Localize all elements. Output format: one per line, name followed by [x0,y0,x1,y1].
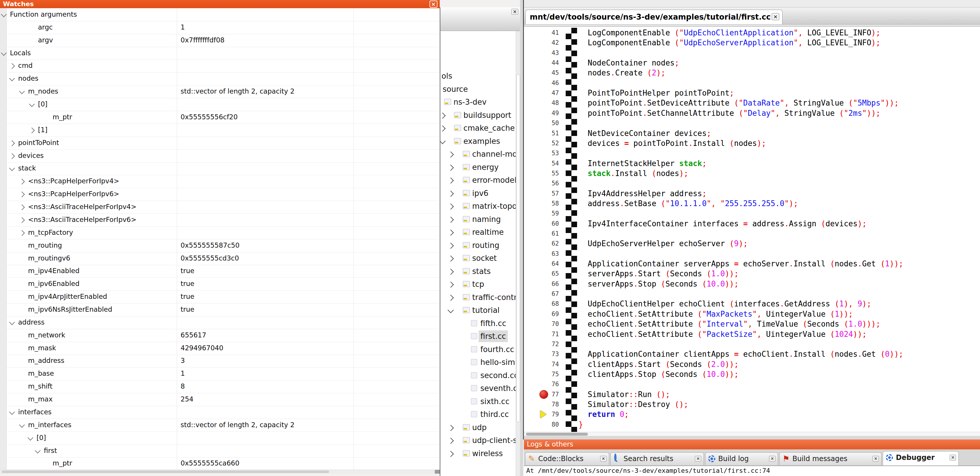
tree-item-label[interactable]: tcp [472,278,484,290]
tree-item-ns-3-dev[interactable]: ns-3-dev [440,96,516,109]
tree-item-wireless[interactable]: wireless [440,448,516,460]
tree-item-label[interactable]: channel-models [472,148,516,160]
tree-item-sixth.cc[interactable]: sixth.cc [440,396,516,408]
watch-row[interactable]: pointToPoint [0,137,440,150]
chevron-down-icon[interactable] [19,422,25,428]
tree-item-third.cc[interactable]: third.cc [440,409,516,421]
tree-item-seventh.cc[interactable]: seventh.cc [440,382,516,395]
watch-row[interactable]: interfaces [0,406,440,419]
watch-row[interactable]: m_shift8 [0,380,440,393]
line-number[interactable]: 57 [524,188,559,198]
editor-tab-first-cc[interactable]: mnt/dev/tools/source/ns-3-dev/examples/t… [525,10,783,24]
line-number[interactable]: 68 [524,299,559,309]
watch-row[interactable]: m_ipv6Enabledtrue [0,278,440,291]
scrollbar-thumb[interactable] [526,433,588,436]
chevron-right-icon[interactable] [448,165,454,171]
tree-item-label[interactable]: first.cc [479,331,508,342]
chevron-right-icon[interactable] [448,281,454,288]
tree-item-label[interactable]: source [443,83,468,95]
line-number[interactable]: 48 [524,98,559,108]
line-number[interactable]: 65 [524,269,559,279]
tree-item-matrix-topology[interactable]: matrix-topology [440,200,516,212]
watch-row[interactable]: m_routingv60x5555555cd3c0 [0,252,440,265]
chevron-right-icon[interactable] [448,243,454,249]
line-number[interactable]: 43 [524,48,559,58]
tree-item-tcp[interactable]: tcp [440,278,516,291]
chevron-down-icon[interactable] [448,307,454,313]
tree-item-label[interactable]: third.cc [480,409,509,420]
line-number[interactable]: 52 [524,138,559,148]
line-number[interactable]: 69 [524,309,559,319]
line-number[interactable]: 41 [524,28,559,38]
tree-item-examples[interactable]: examples [440,135,516,148]
code-area[interactable]: 41 LogComponentEnable ("UdpEchoClientApp… [524,27,980,432]
watches-horizontal-scrollbar[interactable] [0,470,440,474]
logs-tab-search-results[interactable]: Search results× [610,452,704,465]
tree-item-first.cc[interactable]: first.cc [440,331,516,343]
line-number[interactable]: 76 [524,379,559,389]
watches-table[interactable]: Function argumentsargc1argv0x7fffffffdf0… [0,8,440,470]
chevron-down-icon[interactable] [9,319,15,325]
tree-item-channel-models[interactable]: channel-models [440,148,516,161]
line-number[interactable]: 54 [524,158,559,168]
chevron-right-icon[interactable] [9,153,15,159]
line-number[interactable]: 80 [524,420,559,430]
watch-row[interactable]: nodes [0,72,440,85]
breakpoint-icon[interactable] [539,390,548,399]
watch-row[interactable]: m_network655617 [0,329,440,342]
watch-row[interactable]: <ns3::AsciiTraceHelperForIpv6> [0,214,440,227]
tree-item-label[interactable]: realtime [472,226,504,238]
chevron-down-icon[interactable] [9,166,15,171]
line-number[interactable]: 59 [524,208,559,219]
tree-item-ipv6[interactable]: ipv6 [440,187,516,200]
watch-row[interactable]: devices [0,149,440,163]
line-number[interactable]: 66 [524,279,559,289]
tree-item-udp[interactable]: udp [440,422,516,434]
watch-row[interactable]: [0] [0,98,440,111]
tree-item-label[interactable]: buildsupport [463,109,511,121]
tree-item-label[interactable]: udp-client-server [472,434,516,446]
watch-row[interactable]: m_max254 [0,393,440,406]
chevron-down-icon[interactable] [9,75,15,81]
line-number[interactable]: 73 [524,349,559,359]
tree-item-error-model[interactable]: error-model [440,174,516,187]
watch-row[interactable]: stack [0,162,440,175]
line-number[interactable]: 62 [524,239,559,249]
watch-row[interactable]: argv0x7fffffffdf08 [0,34,440,47]
chevron-down-icon[interactable] [9,409,15,415]
close-icon[interactable]: × [872,456,879,462]
line-number[interactable]: 78 [524,399,559,409]
chevron-right-icon[interactable] [448,152,454,158]
chevron-right-icon[interactable] [9,64,15,69]
watch-row[interactable]: [1] [0,124,440,137]
tree-item-stats[interactable]: stats [440,265,516,278]
watch-row[interactable]: m_ipv4ArpJitterEnabledtrue [0,290,440,303]
close-icon[interactable]: × [511,9,518,14]
watch-row[interactable]: argc1 [0,21,440,34]
tree-item-naming[interactable]: naming [440,214,516,226]
chevron-right-icon[interactable] [448,203,454,210]
tree-item-label[interactable]: tutorial [472,304,500,316]
chevron-down-icon[interactable] [35,448,41,454]
chevron-down-icon[interactable] [19,88,25,94]
editor-logs-splitter[interactable] [524,436,980,439]
file-tree[interactable]: olssourcens-3-devbuildsupportcmake_cache… [440,31,516,476]
tree-item-label[interactable]: socket [472,252,497,264]
chevron-right-icon[interactable] [448,294,454,300]
tree-item-tutorial[interactable]: tutorial [440,304,516,317]
tree-item-hello-simulator.cc[interactable]: hello-simulator.cc [440,356,516,369]
chevron-right-icon[interactable] [448,230,454,236]
close-icon[interactable]: × [695,456,701,462]
tree-item-label[interactable]: energy [472,161,499,173]
chevron-right-icon[interactable] [448,256,454,262]
watch-row[interactable]: Locals [0,47,440,60]
tree-item-fifth.cc[interactable]: fifth.cc [440,318,516,330]
chevron-right-icon[interactable] [29,128,35,133]
line-number[interactable]: 49 [524,108,559,118]
tree-item-label[interactable]: cmake_cache [463,122,515,134]
line-number[interactable]: 58 [524,198,559,208]
chevron-down-icon[interactable] [29,101,35,107]
tree-item-label[interactable]: error-model [472,174,516,186]
watch-row[interactable]: m_ipv4Enabledtrue [0,265,440,278]
tree-item-label[interactable]: ols [442,70,452,82]
